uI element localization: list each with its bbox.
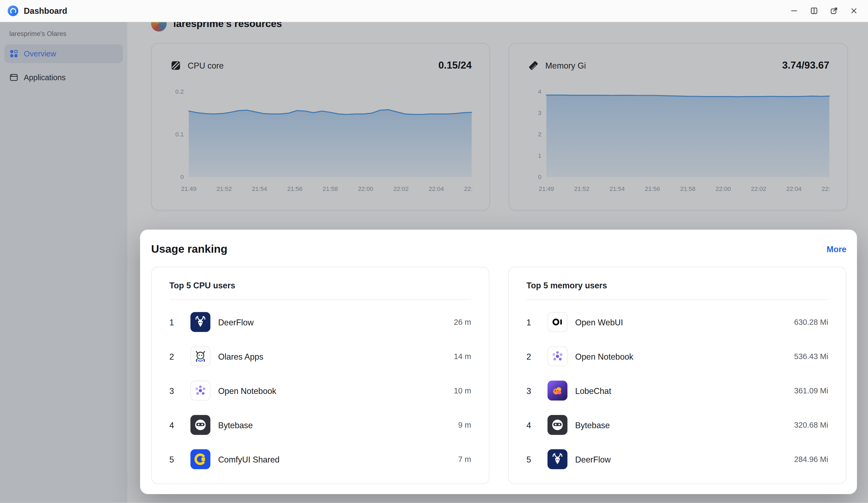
rank-number: 4 [527, 420, 538, 430]
open-in-new-icon [829, 6, 839, 15]
rank-number: 1 [169, 317, 180, 327]
close-icon [849, 6, 858, 15]
app-name: Open WebUI [575, 317, 794, 327]
window-controls [787, 4, 860, 17]
top-cpu-users-panel: Top 5 CPU users 1 [151, 267, 489, 484]
app-name: DeerFlow [218, 317, 454, 327]
olares-apps-app-icon [190, 346, 210, 366]
minimize-icon [789, 6, 798, 15]
app-name: Open Notebook [575, 352, 794, 361]
comfyui-app-icon [190, 449, 210, 469]
deerflow-app-icon [190, 312, 210, 332]
rank-number: 2 [169, 352, 180, 361]
ranking-row: 5 ComfyUI Shared 7 m [169, 442, 471, 476]
ranking-row: 1 DeerFlow [169, 305, 471, 339]
ranking-row: 4 Bytebase 9 m [169, 408, 471, 442]
usage-value: 361.09 Mi [794, 386, 828, 395]
open-notebook-app-icon [548, 346, 568, 366]
panel-title: Top 5 memory users [527, 281, 828, 290]
ranking-row: 4 Bytebase 320.68 Mi [527, 408, 828, 442]
open-in-new-window-button[interactable] [827, 4, 840, 17]
maximize-button[interactable] [807, 4, 820, 17]
app-name: Bytebase [218, 420, 458, 430]
rank-number: 1 [527, 317, 538, 327]
app-window: Dashboard laresprime's Olares [0, 0, 868, 503]
usage-value: 7 m [458, 455, 471, 464]
app-name: Bytebase [575, 420, 794, 430]
open-webui-app-icon [548, 312, 568, 332]
maximize-icon [809, 6, 818, 15]
usage-value: 10 m [454, 386, 471, 395]
app-name: Open Notebook [218, 386, 454, 395]
app-name: LobeChat [575, 386, 794, 395]
ranking-row: 3 Open N [169, 374, 471, 408]
usage-value: 284.96 Mi [794, 455, 828, 464]
usage-value: 630.28 Mi [794, 317, 828, 326]
divider [527, 300, 828, 300]
app-name: DeerFlow [575, 454, 794, 464]
lobechat-app-icon [548, 381, 568, 401]
divider [169, 300, 471, 300]
open-notebook-app-icon [190, 381, 210, 401]
close-button[interactable] [847, 4, 860, 17]
titlebar: Dashboard [0, 0, 868, 22]
window-title: Dashboard [24, 6, 67, 15]
bytebase-app-icon [548, 415, 568, 435]
deerflow-app-icon [548, 449, 568, 469]
ranking-row: 5 DeerFlow [527, 442, 828, 476]
bytebase-app-icon [190, 415, 210, 435]
minimize-button[interactable] [787, 4, 800, 17]
rank-number: 3 [527, 386, 538, 395]
panel-title: Top 5 CPU users [169, 281, 471, 290]
modal-title: Usage ranking [151, 243, 227, 255]
rank-number: 5 [527, 454, 538, 464]
ranking-row: 3 LobeChat 361.09 Mi [527, 374, 828, 408]
app-name: Olares Apps [218, 352, 454, 361]
rank-number: 4 [169, 420, 180, 430]
usage-value: 536.43 Mi [794, 352, 828, 361]
ranking-row: 2 Open N [527, 339, 828, 374]
usage-ranking-modal: Usage ranking More Top 5 CPU users 1 [140, 230, 857, 494]
more-link[interactable]: More [827, 244, 846, 254]
rank-number: 3 [169, 386, 180, 395]
top-memory-users-panel: Top 5 memory users 1 Open WebUI [508, 267, 846, 484]
usage-value: 9 m [458, 420, 471, 429]
rank-number: 5 [169, 454, 180, 464]
usage-value: 320.68 Mi [794, 420, 828, 429]
ranking-row: 1 Open WebUI 630.28 Mi [527, 305, 828, 339]
app-name: ComfyUI Shared [218, 454, 458, 464]
usage-value: 26 m [454, 317, 471, 326]
rank-number: 2 [527, 352, 538, 361]
ranking-row: 2 [169, 339, 471, 374]
olares-logo-icon [7, 5, 19, 17]
usage-value: 14 m [454, 352, 471, 361]
